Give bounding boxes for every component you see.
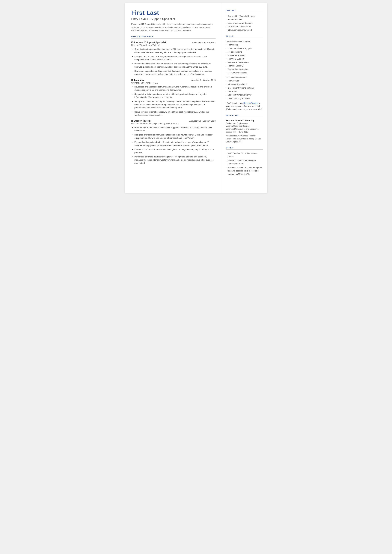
list-item: Technical Support xyxy=(226,57,263,61)
list-item: Networking xyxy=(226,43,263,47)
list-item: Troubleshooting xyxy=(226,50,263,54)
education-section: EDUCATION Resume Worded University Bache… xyxy=(226,114,263,143)
edu-major: Major in Computer Science xyxy=(226,125,263,128)
edu-minors: Minors in Mathematics and Economics xyxy=(226,128,263,131)
job-2-company: Growthsi, San Francisco, CA xyxy=(131,82,216,84)
job-2-title: IT Technician xyxy=(131,79,145,81)
job-1-company: Resume Worded, New York, NY xyxy=(131,44,216,46)
right-column: CONTACT Denver, OH (Open to Remote) +1-2… xyxy=(221,3,267,193)
job-1-dates: November 2015 – Present xyxy=(192,41,216,44)
candidate-name: First Last xyxy=(131,9,216,16)
summary-text: Entry-Level IT Support Specialist with e… xyxy=(131,23,216,32)
education-label: EDUCATION xyxy=(226,114,263,117)
edu-location-date: Boston, MA — June 2019 xyxy=(226,131,263,133)
job-3-company: Resume Worded's Exciting Company, New Yo… xyxy=(131,122,216,125)
list-item: Supported website operations, assisted w… xyxy=(134,92,216,99)
list-item: Network Administration xyxy=(226,61,263,64)
list-item: Procured and installed 100 new computers… xyxy=(134,62,216,69)
resume-page: First Last Entry-Level IT Support Specia… xyxy=(125,3,267,193)
list-item: Defect tracking software xyxy=(226,97,263,100)
list-item: Designed five technical manuals on topic… xyxy=(134,133,216,140)
list-item: Software Installation xyxy=(226,54,263,57)
list-item: Set up and conducted monthly staff meeti… xyxy=(134,100,216,109)
job-3-dates: August 2010 – January 2013 xyxy=(189,120,216,122)
edu-awards: Awards: Resume Worded Teaching Fellow (o… xyxy=(226,134,263,143)
job-3-title: IT Support (Intern) xyxy=(131,119,151,122)
tools-list: TeamViewer Microsoft SharePoint IBM Powe… xyxy=(226,79,263,100)
job-1-title: Entry-Level IT Support Specialist xyxy=(131,41,166,44)
list-item: Organised and presented training for ove… xyxy=(134,48,216,54)
job-2-dates: June 2013 – October 2015 xyxy=(191,79,216,81)
contact-location: Denver, OH (Open to Remote) xyxy=(226,14,263,18)
list-item: Customer Service Support xyxy=(226,47,263,50)
list-item: Microsoft SharePoint xyxy=(226,83,263,86)
contact-github: github.com/resumeworded xyxy=(226,28,263,32)
list-item: Reviewed, suggested, and implemented dat… xyxy=(134,70,216,76)
contact-section: CONTACT Denver, OH (Open to Remote) +1-2… xyxy=(226,9,263,32)
list-item: Office 365 xyxy=(226,90,263,93)
skills-section: SKILLS Operations and IT Support: Networ… xyxy=(226,35,263,111)
other-label: OTHER xyxy=(226,147,263,150)
list-item: Engaged and negotiated with 15 vendors t… xyxy=(134,140,216,147)
candidate-title: Entry-Level IT Support Specialist xyxy=(131,17,216,21)
skills-label: SKILLS xyxy=(226,35,263,38)
other-item-1: AWS Certified Cloud Practitioner (2020) xyxy=(226,152,263,158)
list-item: Developed and upgraded software and hard… xyxy=(134,85,216,91)
job-2-bullets: Developed and upgraded software and hard… xyxy=(131,85,216,117)
left-column: First Last Entry-Level IT Support Specia… xyxy=(125,3,221,193)
work-experience-label: WORK EXPERIENCE xyxy=(131,35,216,39)
list-item: Network Security xyxy=(226,64,263,68)
job-1-bullets: Organised and presented training for ove… xyxy=(131,48,216,76)
list-item: Provided low to mid-level administrative… xyxy=(134,126,216,132)
skills-cat1-label: Operations and IT Support: xyxy=(226,40,263,42)
job-2: IT Technician June 2013 – October 2015 G… xyxy=(131,79,216,117)
skills-cat1-list: Networking Customer Service Support Trou… xyxy=(226,43,263,75)
list-item: Introduced Microsoft SharePoint technolo… xyxy=(134,148,216,154)
list-item: IBM Power Systems software xyxy=(226,86,263,90)
job-2-header: IT Technician June 2013 – October 2015 xyxy=(131,79,216,81)
job-1-header: Entry-Level IT Support Specialist Novemb… xyxy=(131,41,216,44)
list-item: Performed hardware troubleshooting for 3… xyxy=(134,155,216,165)
job-3: IT Support (Intern) August 2010 – Januar… xyxy=(131,119,216,165)
list-item: Designed and updated 30+ easy-to-underst… xyxy=(134,55,216,61)
job-3-header: IT Support (Intern) August 2010 – Januar… xyxy=(131,119,216,122)
other-item-2: Google IT Support Professional Certifica… xyxy=(226,159,263,166)
promo-text: · Don't forget to use Resume Worded to s… xyxy=(226,102,263,111)
job-1: Entry-Level IT Support Specialist Novemb… xyxy=(131,41,216,76)
job-3-bullets: Provided low to mid-level administrative… xyxy=(131,126,216,165)
other-item-3: Volunteer at Tech for Good (non profit) … xyxy=(226,166,263,176)
contact-linkedin: linkedin.com/in/username xyxy=(226,25,263,28)
contact-phone: +1-234-456-789 xyxy=(226,18,263,21)
skills-cat2-label: Tools and Frameworks: xyxy=(226,76,263,78)
list-item: System Administration xyxy=(226,68,263,71)
promo-link[interactable]: Resume Worded xyxy=(244,102,258,104)
list-item: TeamViewer xyxy=(226,79,263,83)
contact-list: Denver, OH (Open to Remote) +1-234-456-7… xyxy=(226,14,263,32)
edu-degree: Bachelor of Engineering xyxy=(226,122,263,125)
list-item: IT Hardware Support xyxy=(226,71,263,75)
list-item: Set up wireless internet connectivity on… xyxy=(134,110,216,117)
edu-school: Resume Worded University xyxy=(226,119,263,122)
contact-label: CONTACT xyxy=(226,9,263,12)
list-item: Microsoft Windows Server xyxy=(226,93,263,97)
contact-email: email@resumeworded.com xyxy=(226,21,263,25)
other-section: OTHER AWS Certified Cloud Practitioner (… xyxy=(226,147,263,176)
